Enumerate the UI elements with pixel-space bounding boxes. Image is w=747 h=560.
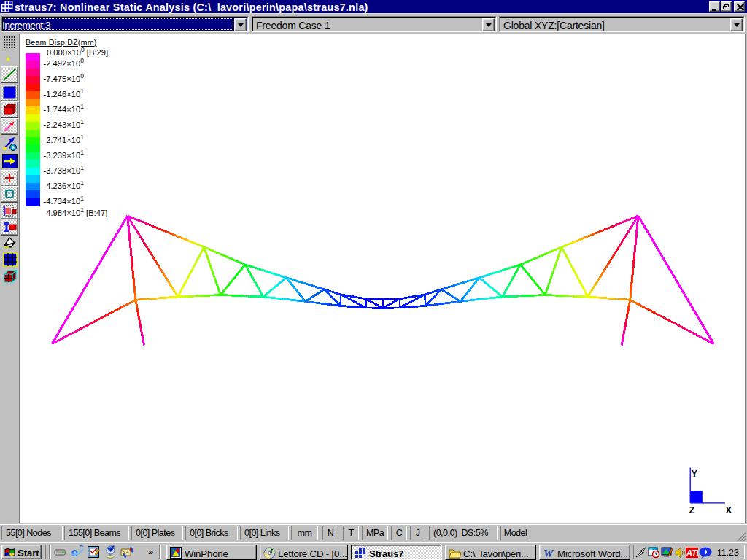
svg-text:Y: Y (692, 468, 698, 479)
svg-text:X: X (726, 505, 732, 516)
svg-text:18: 18 (649, 548, 652, 551)
svg-text:e: e (71, 545, 78, 559)
svg-text:ATI: ATI (686, 548, 698, 557)
svg-text:W: W (543, 548, 554, 559)
svg-text:Z: Z (689, 505, 695, 516)
